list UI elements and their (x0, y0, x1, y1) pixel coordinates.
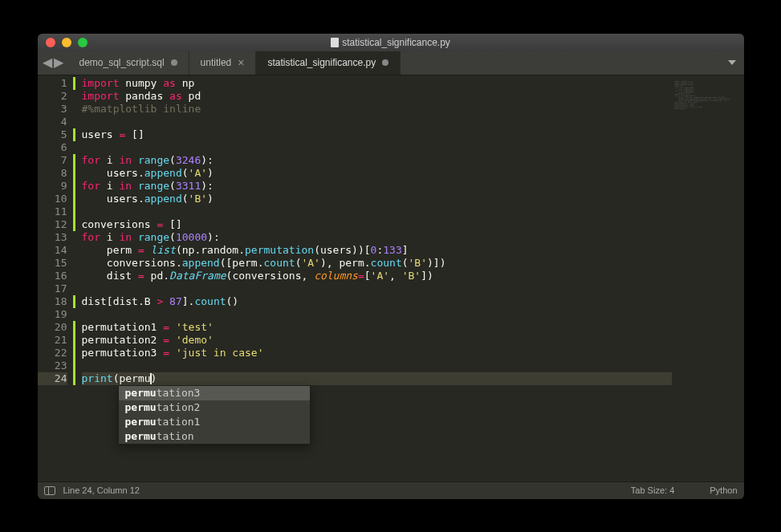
line-number[interactable]: 22 (38, 347, 67, 359)
app-window: statistical_significance.py ◀ ▶ demo_sql… (38, 34, 744, 499)
document-icon (331, 38, 339, 47)
autocomplete-item[interactable]: permutation2 (119, 400, 310, 415)
autocomplete-match: permu (125, 430, 157, 442)
panel-switcher-icon[interactable] (44, 486, 55, 495)
code-line[interactable]: dist = pd.DataFrame(conversions, columns… (82, 270, 672, 282)
line-number[interactable]: 11 (38, 205, 67, 218)
tab-demo_sql_script-sql[interactable]: demo_sql_script.sql (68, 51, 189, 75)
code-line[interactable]: #%matplotlib inline (82, 103, 672, 116)
code-line[interactable]: import numpy as np (82, 77, 672, 90)
code-line[interactable]: dist[dist.B > 87].count() (82, 295, 672, 308)
status-position[interactable]: Line 24, Column 12 (63, 485, 140, 495)
autocomplete-match: permu (125, 387, 157, 399)
code-line[interactable]: print(permu) (82, 372, 672, 385)
tab-statistical_significance-py[interactable]: statistical_significance.py (256, 51, 401, 75)
line-number[interactable]: 10 (38, 193, 67, 205)
autocomplete-match: permu (125, 401, 157, 413)
zoom-window-button[interactable] (78, 38, 87, 47)
minimap[interactable]: import numpy as npimport pandas as pd#%m… (672, 75, 744, 481)
code-line[interactable]: for i in range(3246): (82, 154, 672, 167)
nav-arrows: ◀ ▶ (38, 51, 68, 75)
line-number[interactable]: 19 (38, 308, 67, 321)
code-line[interactable]: users = [] (82, 128, 672, 141)
window-title: statistical_significance.py (342, 37, 450, 48)
modified-marker (73, 154, 75, 231)
minimize-window-button[interactable] (62, 38, 71, 47)
code-line[interactable] (82, 141, 672, 154)
tab-bar: ◀ ▶ demo_sql_script.sqluntitled×statisti… (38, 51, 744, 75)
window-controls (46, 38, 87, 47)
line-number[interactable]: 6 (38, 141, 67, 154)
modified-marker (73, 295, 75, 308)
code-line[interactable]: users.append('A') (82, 167, 672, 180)
status-tab-size[interactable]: Tab Size: 4 (631, 485, 674, 495)
status-syntax[interactable]: Python (710, 485, 737, 495)
line-number[interactable]: 17 (38, 282, 67, 295)
code-line[interactable]: permutation2 = 'demo' (82, 334, 672, 347)
modified-marker (73, 77, 75, 90)
code-line[interactable]: permutation3 = 'just in case' (82, 347, 672, 359)
modified-marker (73, 321, 75, 385)
code-line[interactable] (82, 116, 672, 128)
code-line[interactable] (82, 205, 672, 218)
modified-marker (73, 128, 75, 141)
line-number[interactable]: 23 (38, 359, 67, 372)
code-line[interactable] (82, 308, 672, 321)
nav-forward-button[interactable]: ▶ (54, 56, 63, 69)
code-line[interactable]: perm = list(np.random.permutation(users)… (82, 244, 672, 257)
tab-untitled[interactable]: untitled× (189, 51, 257, 75)
line-number[interactable]: 15 (38, 257, 67, 270)
line-number-gutter[interactable]: 123456789101112131415161718192021222324 (38, 75, 74, 481)
code-line[interactable]: for i in range(3311): (82, 180, 672, 193)
tab-label: statistical_significance.py (267, 57, 376, 68)
status-bar: Line 24, Column 12 Tab Size: 4 Python (38, 481, 744, 499)
tab-label: untitled (201, 57, 232, 68)
line-number[interactable]: 18 (38, 295, 67, 308)
autocomplete-popup[interactable]: permutation3permutation2permutation1perm… (118, 385, 311, 445)
line-number[interactable]: 4 (38, 116, 67, 128)
code-line[interactable] (82, 359, 672, 372)
line-number[interactable]: 24 (38, 372, 67, 385)
line-number[interactable]: 21 (38, 334, 67, 347)
code-line[interactable]: conversions = [] (82, 218, 672, 231)
line-number[interactable]: 14 (38, 244, 67, 257)
dirty-indicator-icon (171, 59, 177, 66)
title-bar[interactable]: statistical_significance.py (38, 34, 744, 51)
line-number[interactable]: 1 (38, 77, 67, 90)
line-number[interactable]: 12 (38, 218, 67, 231)
autocomplete-item[interactable]: permutation3 (119, 386, 310, 400)
close-window-button[interactable] (46, 38, 55, 47)
code-line[interactable]: users.append('B') (82, 193, 672, 205)
line-number[interactable]: 8 (38, 167, 67, 180)
close-tab-button[interactable]: × (238, 56, 244, 69)
line-number[interactable]: 3 (38, 103, 67, 116)
code-line[interactable]: conversions.append([perm.count('A'), per… (82, 257, 672, 270)
code-line[interactable]: permutation1 = 'test' (82, 321, 672, 334)
nav-back-button[interactable]: ◀ (43, 56, 52, 69)
line-number[interactable]: 9 (38, 180, 67, 193)
line-number[interactable]: 13 (38, 231, 67, 244)
autocomplete-item[interactable]: permutation (119, 429, 310, 444)
editor-area: 123456789101112131415161718192021222324 … (38, 75, 744, 481)
code-line[interactable]: import pandas as pd (82, 90, 672, 103)
line-number[interactable]: 20 (38, 321, 67, 334)
title-bar-title: statistical_significance.py (38, 37, 744, 48)
autocomplete-match: permu (125, 416, 157, 428)
line-number[interactable]: 2 (38, 90, 67, 103)
tab-overflow-button[interactable] (720, 51, 744, 75)
chevron-down-icon (728, 60, 736, 65)
line-number[interactable]: 7 (38, 154, 67, 167)
line-number[interactable]: 5 (38, 128, 67, 141)
tab-label: demo_sql_script.sql (79, 57, 165, 68)
code-line[interactable] (82, 282, 672, 295)
code-line[interactable]: for i in range(10000): (82, 231, 672, 244)
line-number[interactable]: 16 (38, 270, 67, 282)
dirty-indicator-icon (382, 59, 388, 66)
autocomplete-item[interactable]: permutation1 (119, 415, 310, 429)
